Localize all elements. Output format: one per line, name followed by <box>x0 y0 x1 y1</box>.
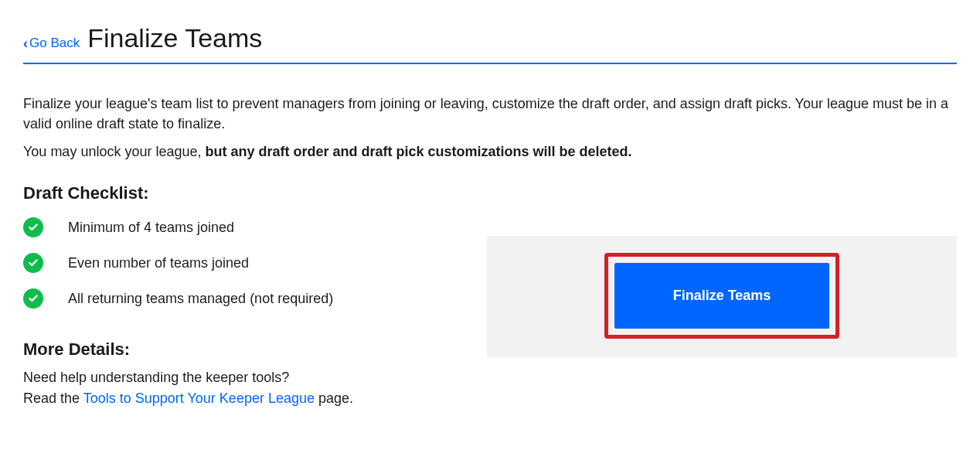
highlight-frame: Finalize Teams <box>604 253 840 339</box>
title-divider <box>23 63 957 64</box>
go-back-link[interactable]: ‹ Go Back <box>23 35 80 51</box>
page-title: Finalize Teams <box>87 23 262 53</box>
checklist-heading: Draft Checklist: <box>23 183 471 203</box>
chevron-left-icon: ‹ <box>23 36 28 52</box>
action-panel: Finalize Teams <box>487 236 957 357</box>
details-line1: Need help understanding the keeper tools… <box>23 370 289 385</box>
check-icon <box>23 217 43 237</box>
check-icon <box>23 253 43 273</box>
checklist-item: All returning teams managed (not require… <box>23 288 471 309</box>
finalize-teams-button[interactable]: Finalize Teams <box>614 263 830 329</box>
check-icon <box>23 288 43 309</box>
checklist-item: Even number of teams joined <box>23 253 471 273</box>
more-details-text: Need help understanding the keeper tools… <box>23 367 471 409</box>
checklist-item: Minimum of 4 teams joined <box>23 217 471 237</box>
draft-checklist: Minimum of 4 teams joined Even number of… <box>23 217 471 309</box>
keeper-tools-link[interactable]: Tools to Support Your Keeper League <box>83 390 315 406</box>
details-line2-prefix: Read the <box>23 390 83 406</box>
checklist-item-label: Minimum of 4 teams joined <box>68 220 234 236</box>
details-line2-suffix: page. <box>315 390 353 406</box>
unlock-prefix: You may unlock your league, <box>23 144 206 159</box>
intro-text: Finalize your league's team list to prev… <box>23 94 957 134</box>
more-details-heading: More Details: <box>23 339 471 360</box>
unlock-bold: but any draft order and draft pick custo… <box>206 144 632 159</box>
checklist-item-label: Even number of teams joined <box>68 255 249 271</box>
unlock-note: You may unlock your league, but any draf… <box>23 142 957 162</box>
go-back-label: Go Back <box>29 36 80 51</box>
checklist-item-label: All returning teams managed (not require… <box>68 291 333 307</box>
